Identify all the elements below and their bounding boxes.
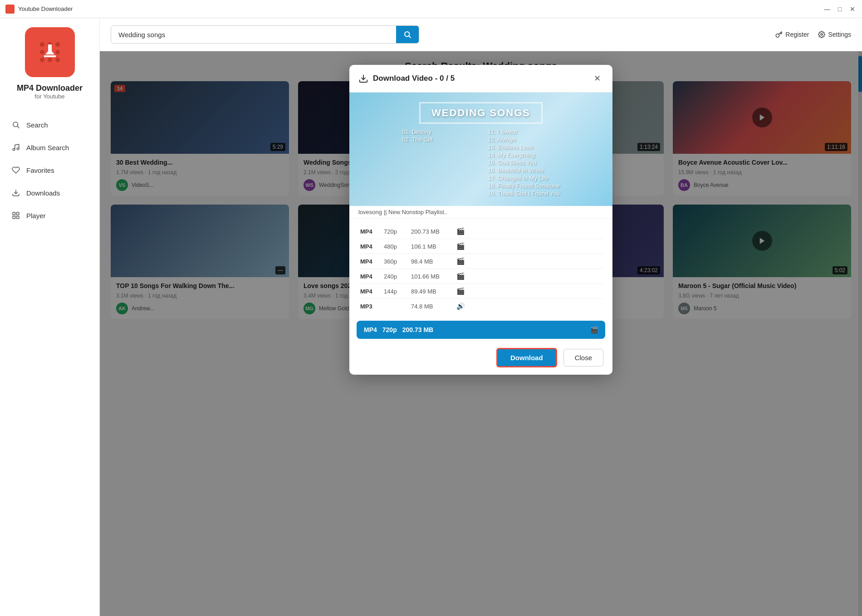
modal-title: Download Video - 0 / 5 bbox=[373, 74, 586, 83]
format-row[interactable]: MP4 360p 98.4 MB 🎬 bbox=[358, 254, 603, 269]
sidebar-label-player: Player bbox=[26, 212, 46, 220]
svg-point-1 bbox=[40, 42, 44, 47]
content-area: Search Results: Wedding songs 14 5:29 30… bbox=[100, 51, 862, 616]
sidebar-app-sub: for Youtube bbox=[35, 93, 65, 100]
svg-point-8 bbox=[55, 58, 60, 62]
format-row[interactable]: MP4 240p 101.66 MB 🎬 bbox=[358, 269, 603, 284]
sidebar-logo bbox=[25, 27, 75, 77]
format-list: MP4 720p 200.73 MB 🎬 MP4 480p 106.1 MB 🎬 bbox=[349, 219, 612, 317]
topbar-right: Register Settings bbox=[775, 31, 851, 38]
svg-line-22 bbox=[409, 36, 411, 38]
video-format-icon: 🎬 bbox=[456, 242, 465, 250]
modal-footer: Download Close bbox=[349, 342, 612, 375]
svg-point-6 bbox=[40, 58, 44, 62]
modal-header: Download Video - 0 / 5 ✕ bbox=[349, 65, 612, 93]
svg-rect-17 bbox=[13, 212, 15, 215]
search-box bbox=[111, 25, 419, 44]
format-size: 106.1 MB bbox=[411, 243, 452, 250]
format-size: 101.66 MB bbox=[411, 273, 452, 280]
video-format-icon: 🎬 bbox=[456, 287, 465, 295]
format-type: MP4 bbox=[360, 273, 379, 280]
sidebar-nav: Search Album Search Favorites bbox=[0, 113, 99, 227]
selected-format-bar[interactable]: MP4 720p 200.73 MB 🎬 bbox=[357, 321, 605, 339]
close-button[interactable]: ✕ bbox=[848, 5, 857, 13]
format-type: MP4 bbox=[360, 288, 379, 295]
modal-thumb-tracklist: 01. Destiny 11. I Swear 02. The Gift 12.… bbox=[393, 128, 569, 197]
settings-label: Settings bbox=[828, 31, 851, 38]
format-row[interactable]: MP4 144p 89.49 MB 🎬 bbox=[358, 284, 603, 299]
sidebar-item-downloads[interactable]: Downloads bbox=[0, 181, 99, 204]
svg-rect-10 bbox=[48, 44, 52, 51]
format-size: 98.4 MB bbox=[411, 258, 452, 265]
sidebar: MP4 Downloader for Youtube Search bbox=[0, 18, 100, 616]
format-size: 74.8 MB bbox=[411, 303, 452, 310]
format-quality: 144p bbox=[384, 288, 407, 295]
music-icon bbox=[11, 142, 21, 152]
sidebar-item-favorites[interactable]: Favorites bbox=[0, 159, 99, 181]
format-quality: 480p bbox=[384, 243, 407, 250]
download-button[interactable]: Download bbox=[496, 348, 557, 367]
audio-format-icon: 🔊 bbox=[456, 302, 465, 310]
svg-point-7 bbox=[48, 58, 52, 62]
app-layout: MP4 Downloader for Youtube Search bbox=[0, 18, 862, 616]
main-content: Register Settings Search Results: Weddin… bbox=[100, 18, 862, 616]
svg-rect-11 bbox=[44, 55, 56, 57]
sidebar-app-name: MP4 Downloader bbox=[17, 83, 83, 93]
format-type: MP4 bbox=[360, 228, 379, 235]
svg-rect-19 bbox=[13, 216, 15, 219]
topbar: Register Settings bbox=[100, 18, 862, 51]
format-row[interactable]: MP4 720p 200.73 MB 🎬 bbox=[358, 224, 603, 239]
svg-line-13 bbox=[17, 126, 19, 128]
settings-link[interactable]: Settings bbox=[818, 31, 851, 38]
heart-icon bbox=[11, 165, 21, 175]
format-quality: 720p bbox=[384, 228, 407, 235]
modal-thumb-title: WEDDING SONGS bbox=[419, 102, 543, 124]
sidebar-label-downloads: Downloads bbox=[26, 189, 60, 197]
grid-icon bbox=[11, 210, 21, 220]
format-quality: 360p bbox=[384, 258, 407, 265]
format-type: MP4 bbox=[360, 258, 379, 265]
svg-point-14 bbox=[13, 148, 15, 151]
svg-point-15 bbox=[17, 148, 19, 150]
svg-point-12 bbox=[13, 122, 18, 127]
selected-type: MP4 bbox=[364, 326, 377, 333]
download-modal: Download Video - 0 / 5 ✕ WEDDING SONGS 0… bbox=[349, 65, 612, 375]
svg-rect-20 bbox=[17, 216, 19, 219]
titlebar-title: Youtube Downloader bbox=[18, 5, 73, 12]
modal-subtitle: lovesong || New Nonstop Playlist.. bbox=[349, 206, 612, 219]
selected-quality: 720p bbox=[382, 326, 397, 333]
video-format-icon: 🎬 bbox=[456, 257, 465, 265]
minimize-button[interactable]: — bbox=[823, 5, 831, 13]
svg-point-23 bbox=[821, 34, 823, 35]
svg-rect-18 bbox=[17, 212, 19, 215]
format-size: 200.73 MB bbox=[411, 228, 452, 235]
maximize-button[interactable]: □ bbox=[836, 5, 844, 13]
video-format-icon: 🎬 bbox=[456, 227, 465, 235]
format-size: 89.49 MB bbox=[411, 288, 452, 295]
register-label: Register bbox=[785, 31, 809, 38]
sidebar-label-search: Search bbox=[26, 121, 48, 129]
format-quality: 240p bbox=[384, 273, 407, 280]
format-type: MP3 bbox=[360, 303, 379, 310]
sidebar-item-album-search[interactable]: Album Search bbox=[0, 136, 99, 159]
format-row[interactable]: MP4 480p 106.1 MB 🎬 bbox=[358, 239, 603, 254]
search-input[interactable] bbox=[111, 26, 396, 43]
sidebar-item-search[interactable]: Search bbox=[0, 113, 99, 136]
titlebar-controls: — □ ✕ bbox=[823, 5, 857, 13]
svg-point-4 bbox=[40, 50, 44, 54]
register-link[interactable]: Register bbox=[775, 31, 809, 38]
selected-icon: 🎬 bbox=[590, 326, 598, 333]
search-button[interactable] bbox=[396, 26, 419, 43]
sidebar-label-album-search: Album Search bbox=[26, 144, 69, 152]
modal-overlay: Download Video - 0 / 5 ✕ WEDDING SONGS 0… bbox=[100, 51, 862, 616]
format-type: MP4 bbox=[360, 243, 379, 250]
sidebar-item-player[interactable]: Player bbox=[0, 204, 99, 227]
svg-point-21 bbox=[405, 32, 410, 37]
svg-point-5 bbox=[55, 50, 60, 54]
download-icon bbox=[358, 73, 368, 83]
modal-close-button[interactable]: ✕ bbox=[591, 72, 603, 85]
search-icon bbox=[11, 120, 21, 130]
sidebar-label-favorites: Favorites bbox=[26, 166, 54, 174]
close-button[interactable]: Close bbox=[563, 349, 603, 367]
format-row[interactable]: MP3 74.8 MB 🔊 bbox=[358, 299, 603, 313]
